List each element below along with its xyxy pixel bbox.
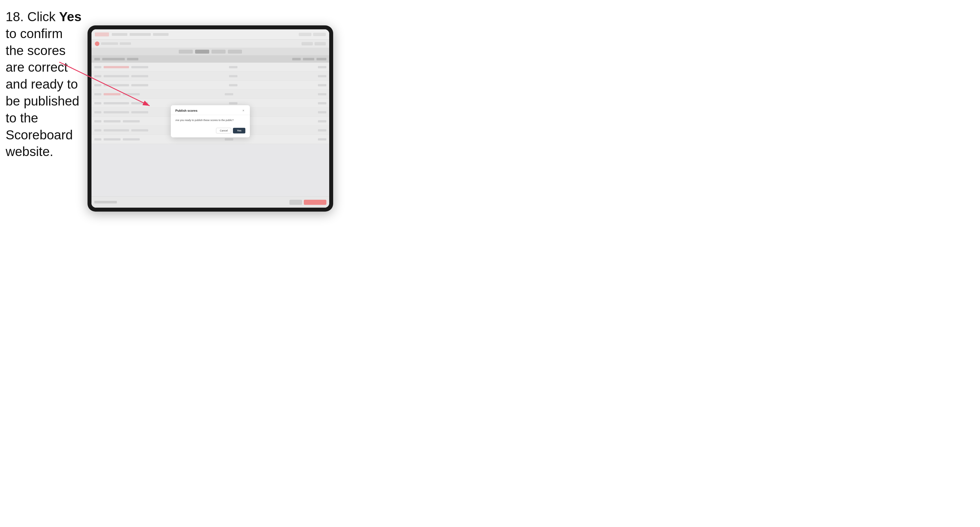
modal-title: Publish scores	[175, 109, 197, 112]
tablet-screen: Publish scores × Are you ready to publis…	[91, 29, 329, 208]
instruction-block: 18. Click Yes to confirm the scores are …	[6, 8, 82, 160]
tablet-container: Publish scores × Are you ready to publis…	[88, 25, 333, 211]
modal-body: Are you ready to publish these scores to…	[171, 115, 250, 125]
publish-scores-modal: Publish scores × Are you ready to publis…	[171, 105, 250, 137]
text-after: to confirm the scores are correct and re…	[6, 26, 80, 159]
text-before: Click	[24, 9, 59, 24]
modal-message: Are you ready to publish these scores to…	[175, 119, 245, 122]
instruction-text: 18. Click Yes to confirm the scores are …	[6, 8, 82, 160]
modal-header: Publish scores ×	[171, 105, 250, 115]
modal-footer: Cancel Yes	[171, 125, 250, 137]
cancel-button[interactable]: Cancel	[216, 128, 231, 133]
tablet-frame: Publish scores × Are you ready to publis…	[88, 25, 333, 211]
bold-yes-word: Yes	[59, 9, 81, 24]
step-number: 18.	[6, 9, 24, 24]
modal-overlay: Publish scores × Are you ready to publis…	[91, 29, 329, 208]
yes-button[interactable]: Yes	[233, 128, 245, 133]
modal-close-button[interactable]: ×	[242, 109, 245, 113]
